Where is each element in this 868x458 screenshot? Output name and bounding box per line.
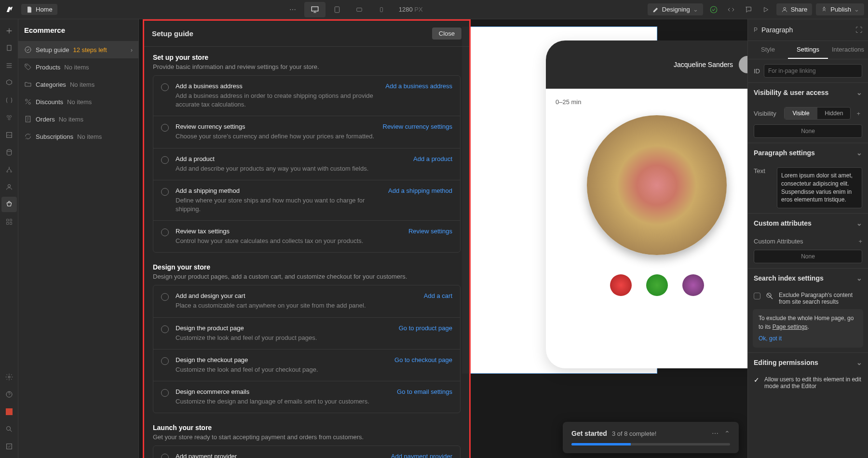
more-icon[interactable]: ⋯ — [712, 430, 719, 437]
publish-button[interactable]: Publish ⌄ — [816, 3, 864, 15]
nav-sub: No items — [70, 81, 95, 88]
step-radio[interactable] — [161, 389, 169, 397]
style-icon[interactable] — [1, 110, 17, 125]
tab-settings[interactable]: Settings — [788, 41, 828, 59]
text-input[interactable] — [777, 167, 862, 208]
step-action-link[interactable]: Go to checkout page — [394, 356, 452, 364]
assets-icon[interactable] — [1, 127, 17, 143]
page-settings-link[interactable]: Page settings — [773, 323, 808, 330]
step-action-link[interactable]: Review currency settings — [383, 123, 453, 130]
navigator-icon[interactable] — [1, 58, 17, 73]
step-radio[interactable] — [161, 83, 169, 91]
visibility-none[interactable]: None — [754, 124, 862, 138]
step-radio[interactable] — [161, 454, 169, 458]
nav-orders[interactable]: Orders No items — [18, 110, 138, 128]
help-icon[interactable] — [1, 387, 17, 402]
check-icon[interactable]: ✓ — [754, 376, 760, 384]
step-title: Review currency settings — [176, 123, 376, 130]
step-radio[interactable] — [161, 293, 169, 301]
step-action-link[interactable]: Go to email settings — [397, 388, 452, 395]
webflow-logo[interactable] — [4, 3, 17, 16]
chevron-down-icon[interactable]: ⌄ — [856, 219, 862, 227]
variables-icon[interactable] — [1, 93, 17, 108]
viewport-desktop[interactable] — [304, 2, 326, 17]
chevron-up-icon[interactable]: ⌃ — [724, 430, 730, 437]
code-icon[interactable] — [724, 3, 738, 16]
step-action-link[interactable]: Add a product — [413, 155, 452, 162]
chevron-down-icon[interactable]: ⌄ — [856, 359, 862, 366]
step-radio[interactable] — [161, 188, 169, 196]
add-icon[interactable]: + — [854, 110, 862, 117]
viewport-tablet[interactable] — [326, 2, 348, 17]
step-action-link[interactable]: Go to product page — [399, 324, 452, 332]
cms-icon[interactable] — [1, 145, 17, 160]
more-icon[interactable]: ⋯ — [282, 2, 303, 17]
components-icon[interactable] — [1, 75, 17, 91]
step-radio[interactable] — [161, 325, 169, 333]
nav-discounts[interactable]: Discounts No items — [18, 93, 138, 110]
add-icon[interactable]: + — [858, 238, 862, 245]
share-button[interactable]: Share — [776, 3, 813, 15]
id-input[interactable] — [764, 64, 862, 78]
viewport-landscape[interactable] — [349, 2, 370, 17]
step-radio[interactable] — [161, 156, 169, 164]
toggle-visible[interactable]: Visible — [785, 108, 817, 119]
step-title: Add and design your cart — [176, 292, 417, 299]
add-icon[interactable] — [1, 23, 17, 39]
nav-label: Orders — [36, 116, 55, 123]
nav-setup-guide[interactable]: Setup guide 12 steps left › — [18, 41, 138, 58]
ingredients — [556, 274, 747, 296]
pages-icon[interactable] — [1, 40, 17, 56]
users-icon[interactable] — [1, 179, 17, 195]
text-label: Text — [754, 167, 773, 175]
viewport-mobile[interactable] — [371, 2, 392, 17]
step-radio[interactable] — [161, 357, 169, 365]
close-button[interactable]: Close — [432, 27, 461, 40]
step-desc: Add a business address in order to creat… — [176, 92, 379, 109]
chevron-down-icon[interactable]: ⌄ — [856, 89, 862, 96]
logic-icon[interactable] — [1, 162, 17, 177]
nav-categories[interactable]: Categories No items — [18, 76, 138, 93]
step-title: Add payment provider — [176, 453, 384, 458]
svg-rect-0 — [312, 7, 318, 11]
nav-subscriptions[interactable]: Subscriptions No items — [18, 128, 138, 145]
rocket-icon — [821, 6, 827, 13]
step-action-link[interactable]: Add payment provider — [391, 453, 452, 458]
tab-style[interactable]: Style — [748, 41, 788, 59]
step-desc: Control how your store calculates and co… — [176, 237, 402, 245]
step-radio[interactable] — [161, 229, 169, 236]
play-icon[interactable] — [759, 3, 773, 16]
audit-icon[interactable] — [1, 439, 17, 454]
tab-interactions[interactable]: Interactions — [828, 41, 868, 59]
comment-icon[interactable] — [742, 3, 755, 16]
step-action-link[interactable]: Review settings — [408, 228, 452, 235]
section-desc: Design your product pages, add a custom … — [153, 273, 461, 280]
home-button[interactable]: Home — [21, 4, 57, 15]
ecommerce-icon[interactable] — [1, 197, 17, 212]
step-action-link[interactable]: Add a cart — [424, 292, 452, 299]
step-item: Design the checkout page Customize the l… — [153, 350, 460, 381]
step-action-link[interactable]: Add a business address — [385, 82, 452, 90]
canvas[interactable]: Jacqueline Sanders 0–25 min Setup guide — [139, 19, 747, 458]
nav-products[interactable]: Products No items — [18, 58, 138, 76]
apps-icon[interactable] — [1, 214, 17, 229]
custom-attrs-none[interactable]: None — [754, 250, 862, 263]
step-radio[interactable] — [161, 124, 169, 132]
settings-icon[interactable] — [1, 369, 17, 385]
step-desc: Define where your store ships and how mu… — [176, 196, 381, 214]
step-action-link[interactable]: Add a shipping method — [388, 187, 452, 194]
expand-icon[interactable]: ⛶ — [855, 26, 862, 34]
chevron-down-icon[interactable]: ⌄ — [856, 149, 862, 157]
chevron-right-icon: › — [131, 46, 133, 54]
ok-got-it-link[interactable]: Ok, got it — [759, 334, 857, 343]
chevron-down-icon[interactable]: ⌄ — [856, 274, 862, 282]
step-desc: Place a customizable cart anywhere on yo… — [176, 301, 417, 310]
toggle-hidden[interactable]: Hidden — [817, 108, 850, 119]
designing-mode-button[interactable]: Designing ⌄ — [648, 3, 703, 15]
canvas-page[interactable]: Jacqueline Sanders 0–25 min — [462, 27, 657, 374]
video-icon[interactable] — [1, 404, 17, 419]
search-icon[interactable] — [1, 421, 17, 437]
exclude-checkbox[interactable] — [754, 293, 760, 299]
check-icon[interactable] — [707, 3, 720, 16]
step-item: Add a business address Add a business ad… — [153, 76, 460, 116]
